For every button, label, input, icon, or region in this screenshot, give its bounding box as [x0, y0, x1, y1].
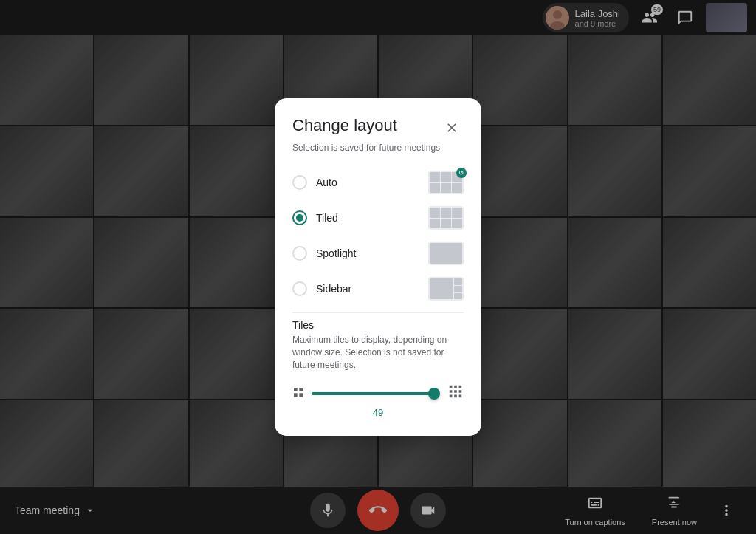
tiles-slider[interactable] — [312, 386, 440, 401]
layout-label-auto: Auto — [316, 177, 337, 188]
tiles-desc: Maximum tiles to display, depending on w… — [292, 334, 464, 371]
tiles-section: Tiles Maximum tiles to display, dependin… — [292, 319, 464, 417]
radio-sidebar[interactable] — [292, 281, 307, 296]
radio-spotlight[interactable] — [292, 246, 307, 261]
radio-tiled[interactable] — [292, 210, 307, 225]
dialog-subtitle: Selection is saved for future meetings — [292, 143, 464, 153]
change-layout-dialog: Change layout Selection is saved for fut… — [275, 98, 481, 435]
close-button[interactable] — [440, 116, 464, 140]
tiles-title: Tiles — [292, 319, 464, 331]
dialog-header: Change layout — [292, 116, 464, 140]
slider-track — [312, 392, 440, 395]
modal-overlay: Change layout Selection is saved for fut… — [0, 0, 756, 534]
layout-label-sidebar: Sidebar — [316, 283, 351, 295]
sidebar-preview — [428, 277, 464, 301]
layout-option-spotlight[interactable]: Spotlight — [292, 236, 464, 271]
layout-option-tiled[interactable]: Tiled — [292, 200, 464, 236]
grid-small-icon — [292, 386, 304, 401]
layout-label-tiled: Tiled — [316, 212, 338, 224]
grid-large-icon — [447, 383, 464, 404]
section-divider — [292, 312, 464, 313]
auto-preview: ↺ — [428, 171, 464, 194]
tiled-preview — [428, 206, 464, 230]
tiles-value: 49 — [292, 407, 464, 418]
layout-option-auto[interactable]: Auto ↺ — [292, 165, 464, 200]
auto-refresh-icon: ↺ — [456, 168, 467, 178]
slider-thumb — [428, 388, 440, 400]
radio-auto[interactable] — [292, 175, 307, 190]
slider-row — [292, 383, 464, 404]
spotlight-preview — [428, 242, 464, 265]
layout-label-spotlight: Spotlight — [316, 247, 356, 259]
dialog-title: Change layout — [292, 116, 397, 135]
layout-option-sidebar[interactable]: Sidebar — [292, 271, 464, 307]
